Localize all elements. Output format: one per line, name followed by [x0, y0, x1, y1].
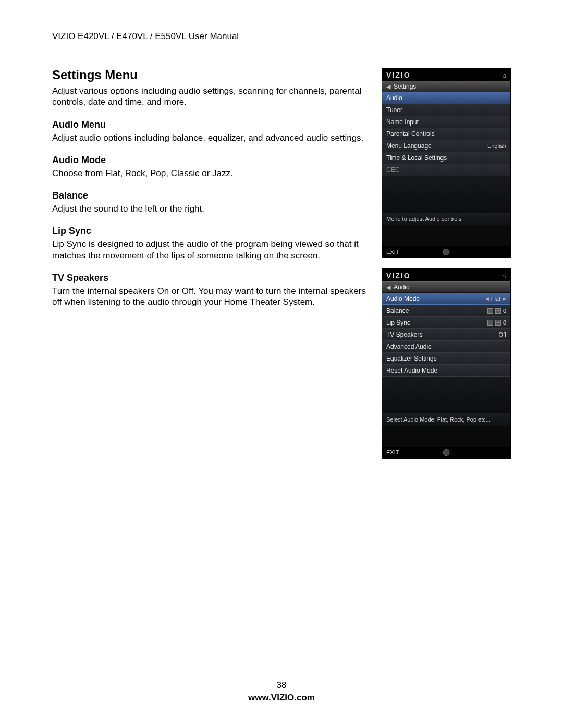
plus-icon: +	[495, 320, 501, 326]
plus-icon: +	[495, 308, 501, 314]
back-arrow-icon: ◀	[386, 83, 390, 90]
menu-row-equalizer[interactable]: Equalizer Settings	[382, 353, 510, 365]
row-value: English	[487, 143, 506, 149]
row-label: TV Speakers	[386, 331, 422, 338]
menu-row-tv-speakers[interactable]: TV Speakers Off	[382, 329, 510, 341]
row-label: Name Input	[386, 118, 419, 126]
osd-spacer	[382, 225, 510, 246]
menu-row-advanced-audio[interactable]: Advanced Audio	[382, 341, 510, 353]
menu-row-name-input[interactable]: Name Input	[382, 116, 510, 128]
section-heading-balance: Balance	[52, 190, 367, 201]
right-arrow-icon: ▶	[503, 296, 506, 301]
breadcrumb: ◀ Settings	[382, 81, 510, 92]
osd-hint: Select Audio Mode: Flat, Rock, Pop etc..…	[382, 413, 510, 426]
minus-icon: -	[487, 308, 493, 314]
osd-spacer	[382, 377, 510, 413]
menu-row-lip-sync[interactable]: Lip Sync - + 0	[382, 317, 510, 329]
menu-row-audio[interactable]: Audio	[382, 92, 510, 104]
breadcrumb: ◀ Audio	[382, 281, 510, 293]
row-label: Balance	[386, 307, 409, 314]
section-heading-audio-mode: Audio Mode	[52, 155, 367, 166]
exit-label[interactable]: EXIT	[386, 449, 399, 455]
page-title: Settings Menu	[52, 68, 367, 82]
row-label: Time & Local Settings	[386, 154, 447, 162]
doc-header: VIZIO E420VL / E470VL / E550VL User Manu…	[52, 31, 511, 42]
section-heading-audio-menu: Audio Menu	[52, 119, 367, 130]
row-label: Menu Language	[386, 142, 432, 150]
osd-audio: VIZIO ⌂ ◀ Audio Audio Mode ◀ Flat ▶ Bala…	[382, 268, 511, 459]
menu-row-tuner[interactable]: Tuner	[382, 104, 510, 116]
menu-row-audio-mode[interactable]: Audio Mode ◀ Flat ▶	[382, 293, 510, 305]
section-heading-lip-sync: Lip Sync	[52, 226, 367, 237]
ok-icon	[443, 249, 450, 255]
section-body: Choose from Flat, Rock, Pop, Classic or …	[52, 168, 367, 179]
osd-footer: EXIT	[382, 447, 510, 458]
row-label: Equalizer Settings	[386, 355, 437, 362]
minus-icon: -	[487, 320, 493, 326]
intro-text: Adjust various options including audio s…	[52, 85, 367, 108]
osd-hint: Menu to adjust Audio controls	[382, 213, 510, 225]
exit-label[interactable]: EXIT	[386, 249, 399, 255]
row-label: Tuner	[386, 106, 402, 114]
page-footer: 38 www.VIZIO.com	[0, 680, 563, 703]
osd-brand: VIZIO	[386, 272, 411, 280]
left-arrow-icon: ◀	[485, 296, 489, 301]
osd-brand: VIZIO	[386, 71, 411, 79]
row-label: Parental Controls	[386, 130, 435, 138]
row-label: Reset Audio Mode	[386, 367, 437, 374]
section-heading-tv-speakers: TV Speakers	[52, 273, 367, 283]
section-body: Lip Sync is designed to adjust the audio…	[52, 239, 367, 261]
osd-settings: VIZIO ⌂ ◀ Settings Audio Tuner Name Inpu…	[382, 68, 511, 258]
menu-row-parental-controls[interactable]: Parental Controls	[382, 128, 510, 140]
row-label: Advanced Audio	[386, 343, 432, 350]
menu-row-time-local[interactable]: Time & Local Settings	[382, 152, 510, 164]
menu-row-menu-language[interactable]: Menu Language English	[382, 140, 510, 152]
section-body: Adjust audio options including balance, …	[52, 132, 367, 143]
row-value: - + 0	[487, 319, 506, 326]
menu-row-cec[interactable]: CEC	[382, 164, 510, 176]
page-number: 38	[0, 680, 563, 690]
home-icon: ⌂	[502, 272, 506, 280]
row-label: Audio Mode	[386, 295, 420, 302]
row-label: CEC	[386, 166, 399, 174]
screenshot-column: VIZIO ⌂ ◀ Settings Audio Tuner Name Inpu…	[382, 68, 511, 469]
text-column: Settings Menu Adjust various options inc…	[52, 68, 367, 469]
menu-row-reset-audio-mode[interactable]: Reset Audio Mode	[382, 365, 510, 377]
row-label: Audio	[386, 94, 402, 102]
row-value: Off	[499, 331, 506, 338]
row-value: - + 0	[487, 307, 506, 314]
back-arrow-icon: ◀	[386, 284, 390, 291]
osd-footer: EXIT	[382, 246, 510, 257]
home-icon: ⌂	[502, 71, 506, 79]
row-value: ◀ Flat ▶	[485, 295, 506, 302]
section-body: Turn the internal speakers On or Off. Yo…	[52, 286, 367, 308]
osd-spacer	[382, 176, 510, 213]
breadcrumb-label: Settings	[394, 83, 416, 90]
menu-row-balance[interactable]: Balance - + 0	[382, 305, 510, 317]
osd-spacer	[382, 426, 510, 447]
breadcrumb-label: Audio	[394, 283, 410, 291]
row-label: Lip Sync	[386, 319, 410, 326]
footer-url: www.VIZIO.com	[0, 693, 563, 703]
section-body: Adjust the sound to the left or the righ…	[52, 203, 367, 214]
ok-icon	[443, 449, 450, 456]
